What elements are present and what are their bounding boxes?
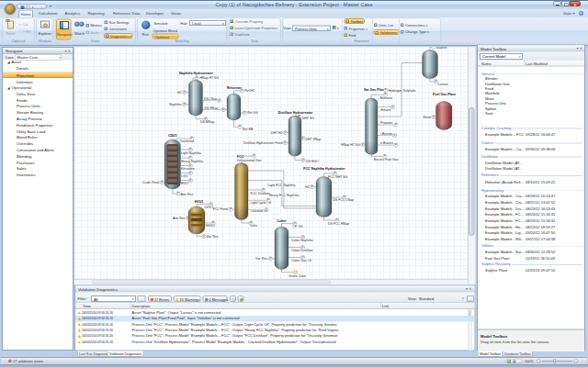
svg-text:Distillate Hydrotreater Feed: Distillate Hydrotreater Feed (243, 141, 283, 145)
svg-text:Distillate Hydrotreater: Distillate Hydrotreater (278, 111, 313, 115)
svg-text:Losses: Losses (438, 83, 448, 86)
svg-text:Methane: Methane (380, 96, 393, 100)
svg-text:Sulphur: Sulphur (436, 47, 448, 50)
svg-text:FCC Naphtha Hydrotreater: FCC Naphtha Hydrotreater (303, 167, 345, 171)
svg-text:DHT VNap: DHT VNap (305, 138, 321, 141)
svg-text:Fuel Gas Plant: Fuel Gas Plant (433, 93, 457, 96)
svg-text:P: P (311, 185, 313, 189)
svg-text:Hydrogen Sulphide: Hydrogen Sulphide (389, 89, 416, 93)
svg-text:P: P (269, 257, 271, 261)
svg-text:FCC: FCC (237, 155, 244, 159)
svg-text:HVGO: HVGO (206, 224, 216, 228)
svg-text:P: P (393, 134, 395, 138)
svg-text:HGO: HGO (181, 182, 188, 185)
svg-text:HVU1: HVU1 (195, 200, 204, 204)
svg-text:HNap HT SG: HNap HT SG (200, 76, 220, 80)
svg-text:Kerosene: Kerosene (181, 167, 195, 171)
svg-text:DS LNap: DS LNap (204, 97, 217, 101)
svg-text:P: P (184, 103, 186, 106)
svg-text:P: P (385, 88, 387, 92)
svg-text:P: P (362, 143, 364, 147)
svg-text:P: P (184, 91, 186, 95)
svg-text:Unsaturated Gas: Unsaturated Gas (237, 159, 262, 162)
svg-text:Crude Feed: Crude Feed (142, 181, 160, 184)
svg-text:HNap HT SG: HNap HT SG (341, 143, 360, 147)
svg-text:Ref H2: Ref H2 (244, 89, 254, 93)
svg-text:Atm Res: Atm Res (181, 193, 194, 196)
svg-text:Excess Fuel Gas: Excess Fuel Gas (374, 158, 399, 162)
svg-text:P: P (302, 159, 304, 162)
svg-text:P: P (284, 141, 286, 145)
svg-text:P: P (284, 131, 286, 135)
svg-text:P: P (219, 99, 220, 103)
svg-text:FCC NHT SG: FCC NHT SG (328, 175, 348, 179)
svg-text:P: P (435, 80, 436, 84)
svg-text:DS FCC LNap: DS FCC LNap (334, 198, 354, 202)
svg-text:Naphtha Hydrotreater: Naphtha Hydrotreater (179, 72, 214, 75)
svg-text:P: P (239, 125, 241, 128)
svg-text:CDU1: CDU1 (168, 134, 177, 138)
svg-text:Heavy FCC Naphtha: Heavy FCC Naphtha (269, 194, 299, 197)
svg-text:P: P (196, 76, 198, 80)
svg-text:P: P (230, 207, 232, 211)
svg-text:P: P (161, 181, 163, 184)
svg-text:Naphtha: Naphtha (169, 103, 181, 106)
svg-text:Propane: Propane (380, 121, 392, 125)
svg-text:LGO: LGO (181, 174, 188, 178)
svg-text:Light Cycle Oil: Light Cycle Oil (251, 201, 272, 205)
svg-text:CF OG: CF OG (293, 225, 303, 229)
svg-text:n-Butane: n-Butane (380, 141, 393, 145)
svg-text:Clarified Oil: Clarified Oil (251, 209, 267, 213)
svg-text:P: P (433, 116, 435, 119)
svg-text:P: P (253, 154, 254, 158)
svg-text:i-Butane: i-Butane (380, 132, 392, 136)
svg-text:Light FCC Naphtha: Light FCC Naphtha (268, 184, 296, 187)
svg-text:Vac Res: Vac Res (207, 235, 219, 239)
svg-text:DS HGO: DS HGO (306, 160, 319, 163)
svg-text:DHT SG: DHT SG (302, 117, 314, 120)
svg-text:P: P (177, 192, 179, 195)
svg-text:P: P (189, 172, 191, 175)
svg-text:Coker Naphtha: Coker Naphtha (291, 239, 313, 242)
svg-text:Coker: Coker (277, 219, 287, 223)
svg-text:P: P (395, 123, 397, 127)
svg-text:P: P (392, 106, 394, 109)
svg-text:P: P (395, 143, 397, 147)
svg-text:Sat Gas Plant: Sat Gas Plant (364, 88, 386, 92)
svg-text:Ethane: Ethane (381, 108, 391, 112)
svg-text:P: P (243, 111, 245, 115)
svg-text:FCC Distillate: FCC Distillate (251, 192, 270, 195)
svg-text:P: P (241, 89, 243, 93)
svg-text:Ref RB: Ref RB (243, 128, 254, 131)
svg-text:H2: H2 (177, 91, 182, 95)
svg-text:DS HNap: DS HNap (205, 106, 219, 110)
svg-text:P: P (433, 47, 435, 49)
svg-text:P: P (189, 179, 191, 183)
svg-text:Ref SG: Ref SG (247, 111, 258, 115)
svg-text:P: P (203, 235, 205, 239)
svg-text:Overhead: Overhead (180, 139, 194, 143)
svg-text:P: P (222, 108, 224, 112)
svg-text:Atm Res: Atm Res (173, 217, 186, 220)
svg-text:Feed: Feed (424, 116, 431, 119)
svg-text:Heavy Naphtha: Heavy Naphtha (181, 160, 203, 163)
svg-text:Vac Res: Vac Res (255, 257, 267, 261)
svg-text:DS MNap: DS MNap (200, 120, 214, 124)
svg-text:P: P (302, 137, 304, 140)
svg-text:Light Naphtha: Light Naphtha (181, 151, 201, 155)
svg-text:Coker Distillate: Coker Distillate (291, 249, 313, 252)
svg-text:Reformer: Reformer (227, 86, 243, 90)
svg-text:H2: H2 (305, 185, 310, 189)
svg-text:Green Coke: Green Coke (288, 274, 306, 278)
svg-text:Coke: Coke (250, 224, 257, 228)
svg-text:Coker Gas Oil: Coker Gas Oil (291, 259, 311, 262)
svg-text:DS FCC HNap: DS FCC HNap (328, 222, 349, 226)
svg-text:DHT H2: DHT H2 (271, 131, 283, 135)
svg-text:FCC Feed: FCC Feed (213, 207, 228, 211)
